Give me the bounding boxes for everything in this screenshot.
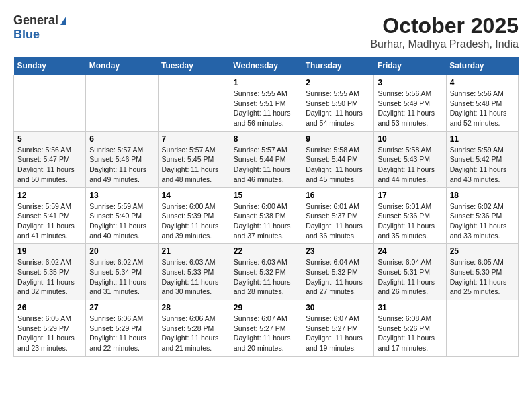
table-row: 31Sunrise: 6:08 AM Sunset: 5:26 PM Dayli… [374,300,446,357]
table-row: 28Sunrise: 6:06 AM Sunset: 5:28 PM Dayli… [158,300,230,357]
table-row: 23Sunrise: 6:04 AM Sunset: 5:32 PM Dayli… [302,244,374,300]
table-row [158,75,230,132]
day-info: Sunrise: 5:59 AM Sunset: 5:42 PM Dayligh… [450,145,515,185]
day-info: Sunrise: 6:03 AM Sunset: 5:32 PM Dayligh… [234,257,298,297]
day-info: Sunrise: 6:05 AM Sunset: 5:29 PM Dayligh… [17,314,82,353]
day-number: 12 [17,191,82,200]
day-info: Sunrise: 5:57 AM Sunset: 5:45 PM Dayligh… [162,145,226,185]
logo: General Blue [13,13,66,42]
day-number: 14 [162,191,226,200]
title-area: October 2025 Burhar, Madhya Pradesh, Ind… [370,13,519,50]
day-info: Sunrise: 6:04 AM Sunset: 5:32 PM Dayligh… [306,257,370,297]
day-number: 17 [378,191,442,200]
day-number: 25 [450,246,515,256]
day-info: Sunrise: 5:56 AM Sunset: 5:49 PM Dayligh… [378,89,442,128]
table-row [446,300,518,357]
table-row: 13Sunrise: 5:59 AM Sunset: 5:40 PM Dayli… [86,187,158,244]
header-saturday: Saturday [446,57,518,75]
day-info: Sunrise: 5:55 AM Sunset: 5:50 PM Dayligh… [306,89,370,128]
table-row [86,75,158,132]
table-row: 16Sunrise: 6:01 AM Sunset: 5:37 PM Dayli… [302,187,374,244]
calendar-week-row: 26Sunrise: 6:05 AM Sunset: 5:29 PM Dayli… [14,300,519,357]
day-info: Sunrise: 6:01 AM Sunset: 5:37 PM Dayligh… [306,201,370,241]
day-info: Sunrise: 6:02 AM Sunset: 5:35 PM Dayligh… [17,257,82,297]
day-info: Sunrise: 6:02 AM Sunset: 5:36 PM Dayligh… [450,201,515,241]
day-number: 5 [17,134,82,144]
header: General Blue October 2025 Burhar, Madhya… [13,13,519,50]
table-row: 7Sunrise: 5:57 AM Sunset: 5:45 PM Daylig… [158,131,230,187]
calendar-week-row: 19Sunrise: 6:02 AM Sunset: 5:35 PM Dayli… [14,244,519,300]
day-number: 31 [378,303,442,312]
day-info: Sunrise: 5:55 AM Sunset: 5:51 PM Dayligh… [234,89,298,128]
day-number: 23 [306,246,370,256]
table-row: 10Sunrise: 5:58 AM Sunset: 5:43 PM Dayli… [374,131,446,187]
location: Burhar, Madhya Pradesh, India [370,38,519,50]
logo-blue-text: Blue [13,28,40,41]
calendar-week-row: 5Sunrise: 5:56 AM Sunset: 5:47 PM Daylig… [14,131,519,187]
day-info: Sunrise: 6:03 AM Sunset: 5:33 PM Dayligh… [162,257,226,297]
day-number: 30 [306,303,370,312]
day-number: 19 [17,246,82,256]
table-row: 12Sunrise: 5:59 AM Sunset: 5:41 PM Dayli… [14,187,86,244]
month-title: October 2025 [370,13,519,38]
day-info: Sunrise: 6:00 AM Sunset: 5:38 PM Dayligh… [234,201,298,241]
calendar-week-row: 12Sunrise: 5:59 AM Sunset: 5:41 PM Dayli… [14,187,519,244]
day-number: 7 [162,134,226,144]
day-info: Sunrise: 5:57 AM Sunset: 5:44 PM Dayligh… [234,145,298,185]
table-row: 5Sunrise: 5:56 AM Sunset: 5:47 PM Daylig… [14,131,86,187]
table-row: 4Sunrise: 5:56 AM Sunset: 5:48 PM Daylig… [446,75,518,132]
day-number: 2 [306,78,370,87]
logo-icon [60,16,66,25]
table-row: 6Sunrise: 5:57 AM Sunset: 5:46 PM Daylig… [86,131,158,187]
day-info: Sunrise: 6:06 AM Sunset: 5:28 PM Dayligh… [162,314,226,353]
day-info: Sunrise: 5:58 AM Sunset: 5:43 PM Dayligh… [378,145,442,185]
day-number: 24 [378,246,442,256]
day-info: Sunrise: 5:56 AM Sunset: 5:47 PM Dayligh… [17,145,82,185]
header-friday: Friday [374,57,446,75]
table-row: 24Sunrise: 6:04 AM Sunset: 5:31 PM Dayli… [374,244,446,300]
day-info: Sunrise: 5:57 AM Sunset: 5:46 PM Dayligh… [89,145,154,185]
day-number: 18 [450,191,515,200]
day-info: Sunrise: 6:02 AM Sunset: 5:34 PM Dayligh… [89,257,154,297]
table-row: 26Sunrise: 6:05 AM Sunset: 5:29 PM Dayli… [14,300,86,357]
table-row: 2Sunrise: 5:55 AM Sunset: 5:50 PM Daylig… [302,75,374,132]
calendar-week-row: 1Sunrise: 5:55 AM Sunset: 5:51 PM Daylig… [14,75,519,132]
day-info: Sunrise: 5:56 AM Sunset: 5:48 PM Dayligh… [450,89,515,128]
table-row: 29Sunrise: 6:07 AM Sunset: 5:27 PM Dayli… [230,300,302,357]
day-number: 9 [306,134,370,144]
table-row: 8Sunrise: 5:57 AM Sunset: 5:44 PM Daylig… [230,131,302,187]
table-row: 14Sunrise: 6:00 AM Sunset: 5:39 PM Dayli… [158,187,230,244]
header-sunday: Sunday [14,57,86,75]
day-info: Sunrise: 6:07 AM Sunset: 5:27 PM Dayligh… [306,314,370,353]
calendar-header-row: Sunday Monday Tuesday Wednesday Thursday… [14,57,519,75]
day-number: 6 [89,134,154,144]
header-wednesday: Wednesday [230,57,302,75]
day-info: Sunrise: 6:00 AM Sunset: 5:39 PM Dayligh… [162,201,226,241]
day-number: 27 [89,303,154,312]
table-row: 25Sunrise: 6:05 AM Sunset: 5:30 PM Dayli… [446,244,518,300]
table-row: 30Sunrise: 6:07 AM Sunset: 5:27 PM Dayli… [302,300,374,357]
day-info: Sunrise: 6:04 AM Sunset: 5:31 PM Dayligh… [378,257,442,297]
table-row: 27Sunrise: 6:06 AM Sunset: 5:29 PM Dayli… [86,300,158,357]
day-number: 26 [17,303,82,312]
table-row: 1Sunrise: 5:55 AM Sunset: 5:51 PM Daylig… [230,75,302,132]
table-row [14,75,86,132]
day-info: Sunrise: 6:05 AM Sunset: 5:30 PM Dayligh… [450,257,515,297]
day-info: Sunrise: 6:06 AM Sunset: 5:29 PM Dayligh… [89,314,154,353]
header-thursday: Thursday [302,57,374,75]
day-number: 16 [306,191,370,200]
table-row: 9Sunrise: 5:58 AM Sunset: 5:44 PM Daylig… [302,131,374,187]
day-info: Sunrise: 5:59 AM Sunset: 5:40 PM Dayligh… [89,201,154,241]
day-number: 3 [378,78,442,87]
table-row: 19Sunrise: 6:02 AM Sunset: 5:35 PM Dayli… [14,244,86,300]
day-number: 22 [234,246,298,256]
day-number: 10 [378,134,442,144]
day-number: 20 [89,246,154,256]
day-number: 28 [162,303,226,312]
table-row: 3Sunrise: 5:56 AM Sunset: 5:49 PM Daylig… [374,75,446,132]
table-row: 20Sunrise: 6:02 AM Sunset: 5:34 PM Dayli… [86,244,158,300]
table-row: 21Sunrise: 6:03 AM Sunset: 5:33 PM Dayli… [158,244,230,300]
day-number: 1 [234,78,298,87]
day-number: 21 [162,246,226,256]
day-number: 29 [234,303,298,312]
